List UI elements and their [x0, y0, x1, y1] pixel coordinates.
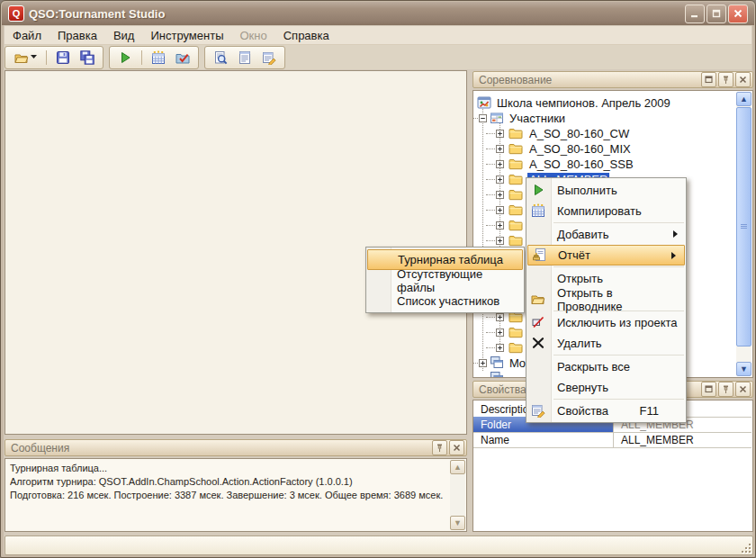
menu-item-label: Исключить из проекта: [557, 316, 678, 329]
pin-button[interactable]: [432, 440, 447, 455]
tree-item-a-so-mix[interactable]: A_SO_80-160_MIX: [473, 141, 736, 157]
messages-panel-header[interactable]: Сообщения: [4, 439, 467, 456]
properties-icon: [531, 403, 546, 418]
pin-button[interactable]: [718, 382, 734, 397]
report-icon: [532, 248, 547, 263]
tree-item-a-so-cw[interactable]: A_SO_80-160_CW: [473, 126, 736, 141]
tree-expander-plus-icon[interactable]: [496, 344, 504, 352]
properties-panel-title: Свойства: [479, 383, 526, 396]
menu-item-label: Отсутствующие файлы: [397, 267, 518, 294]
compile-button[interactable]: [148, 49, 169, 67]
app-window: Q QSO:Tournament Studio ФайлПравкаВидИнс…: [0, 0, 756, 558]
title-bar[interactable]: Q QSO:Tournament Studio: [2, 2, 754, 25]
close-icon[interactable]: [449, 440, 464, 455]
menubar-item-tools[interactable]: Инструменты: [142, 27, 231, 44]
save-button[interactable]: [52, 49, 74, 67]
menubar-item-view[interactable]: Вид: [105, 27, 143, 44]
submenu-item-missing-files[interactable]: Отсутствующие файлы: [366, 270, 524, 291]
folder-icon: [508, 141, 523, 156]
scroll-down-icon[interactable]: ▼: [450, 516, 465, 530]
messages-content[interactable]: Турнирная таблица...Алгоритм турнира: QS…: [4, 458, 467, 532]
menu-bar: ФайлПравкаВидИнструментыОкноСправка: [4, 26, 752, 45]
dropdown-caret-icon[interactable]: [31, 55, 37, 59]
tree-expander-plus-icon[interactable]: [496, 130, 504, 138]
messages-scrollbar[interactable]: ▲ ▼: [450, 460, 465, 530]
properties-button[interactable]: [258, 49, 280, 67]
toolbar-separator: [141, 50, 142, 65]
tree-expander-plus-icon[interactable]: [496, 176, 504, 184]
menu-item-label: Открыть: [557, 272, 603, 285]
context-menu-item-open-in-explorer[interactable]: Открыть в Проводнике: [526, 289, 686, 310]
close-button[interactable]: [728, 4, 748, 23]
report-view-button[interactable]: [234, 49, 256, 67]
submenu-item-participants-list[interactable]: Список участников: [366, 291, 524, 311]
scroll-thumb[interactable]: [736, 107, 752, 346]
context-menu-item-delete[interactable]: Удалить: [526, 333, 686, 354]
save-all-button[interactable]: [76, 49, 98, 67]
tree-expander-plus-icon[interactable]: [496, 145, 504, 153]
tree-item-root[interactable]: Школа чемпионов. Апрель 2009: [473, 95, 736, 111]
report-submenu: Турнирная таблицаОтсутствующие файлыСпис…: [365, 247, 525, 313]
tree-item-label: Mo: [508, 356, 527, 370]
tree-expander-plus-icon[interactable]: [496, 160, 504, 168]
tree-expander-plus-icon[interactable]: [496, 191, 504, 199]
context-menu-item-expand-all[interactable]: Раскрыть все: [526, 356, 686, 377]
menu-item-label: Свойства: [557, 404, 608, 418]
menu-item-label: Отчёт: [558, 248, 590, 262]
tree-item-label: A_SO_80-160_MIX: [527, 142, 633, 156]
scroll-up-icon[interactable]: ▲: [736, 92, 752, 106]
scroll-up-icon[interactable]: ▲: [450, 460, 465, 474]
window-title: QSO:Tournament Studio: [29, 7, 165, 21]
screen: Q QSO:Tournament Studio ФайлПравкаВидИнс…: [0, 0, 756, 558]
menubar-item-file[interactable]: Файл: [4, 27, 50, 44]
properties-icon: [262, 50, 276, 65]
open-button[interactable]: [10, 49, 40, 67]
context-menu-item-properties[interactable]: СвойстваF11: [526, 400, 686, 421]
menubar-item-help[interactable]: Справка: [275, 27, 338, 44]
minimize-button[interactable]: [685, 4, 705, 23]
close-icon[interactable]: [735, 382, 751, 397]
run-button[interactable]: [114, 49, 136, 67]
context-menu-item-compile[interactable]: Компилировать: [526, 201, 686, 221]
module-icon: [490, 356, 504, 370]
tree-item-a-so-ssb[interactable]: A_SO_80-160_SSB: [473, 157, 736, 172]
pin-button[interactable]: [718, 72, 734, 87]
check-button[interactable]: [172, 49, 194, 67]
maximize-panel-icon[interactable]: [701, 382, 716, 397]
menubar-item-edit[interactable]: Правка: [50, 27, 105, 44]
tree-expander-plus-icon[interactable]: [496, 328, 504, 337]
menu-item-label: Удалить: [557, 337, 602, 350]
tree-expander-plus-icon[interactable]: [496, 206, 504, 214]
tree-item-members[interactable]: Участники: [473, 111, 736, 126]
folder-icon: [508, 172, 523, 186]
competition-panel-header[interactable]: Соревнование: [472, 71, 753, 88]
property-row-name[interactable]: NameALL_MEMBER: [473, 432, 752, 448]
tree-expander-plus-icon[interactable]: [479, 359, 487, 367]
context-menu-item-run[interactable]: Выполнить: [526, 180, 686, 201]
resize-grip-icon[interactable]: [740, 542, 751, 553]
tree-expander-plus-icon[interactable]: [496, 221, 504, 230]
context-menu-item-collapse[interactable]: Свернуть: [526, 377, 686, 398]
close-icon[interactable]: [735, 72, 751, 87]
tree-expander-plus-icon[interactable]: [496, 313, 504, 321]
status-bar: [4, 536, 753, 555]
search-report-button[interactable]: [210, 49, 231, 67]
tree-expander-plus-icon[interactable]: [496, 237, 504, 245]
menu-item-label: Список участников: [397, 294, 500, 308]
property-value[interactable]: ALL_MEMBER: [614, 432, 752, 447]
tree-scrollbar[interactable]: ▲ ▼: [736, 92, 752, 376]
run-icon: [118, 50, 132, 65]
maximize-panel-icon[interactable]: [701, 72, 716, 87]
context-menu-item-add[interactable]: Добавить: [526, 224, 686, 245]
folder-icon: [508, 325, 523, 339]
toolbar-group-1: [4, 46, 104, 69]
compile-icon: [151, 50, 166, 65]
scroll-down-icon[interactable]: ▼: [736, 362, 752, 376]
context-menu-item-exclude-from-project[interactable]: Исключить из проекта: [526, 312, 686, 333]
maximize-button[interactable]: [706, 4, 726, 23]
context-menu-item-report[interactable]: Отчёт: [527, 245, 685, 266]
toolbar-separator: [46, 50, 47, 65]
tree-expander-minus-icon[interactable]: [479, 114, 487, 122]
open-folder-icon: [14, 50, 29, 65]
save-icon: [56, 50, 70, 65]
